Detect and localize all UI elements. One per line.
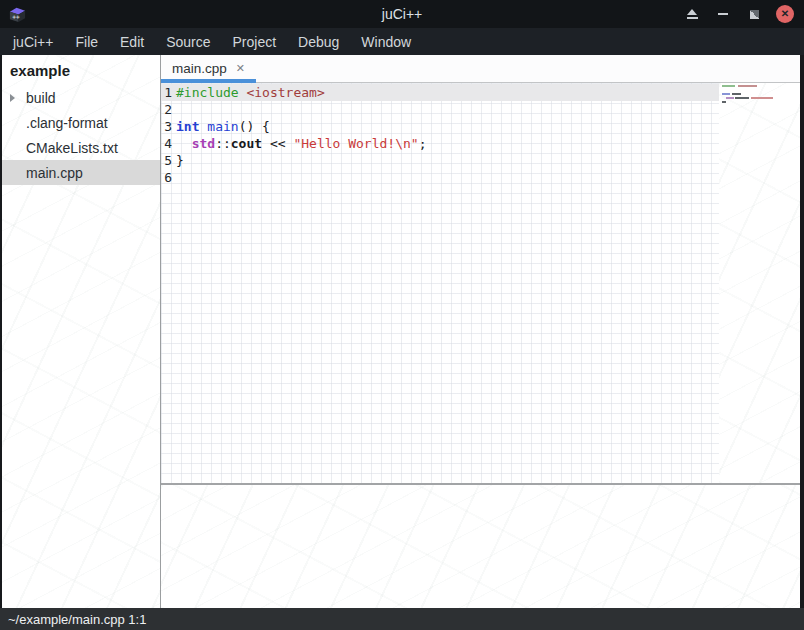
maximize-icon [750,10,759,19]
menubar: juCi++FileEditSourceProjectDebugWindow [0,28,804,55]
jucipp-window: ++ juCi++ ✕ juCi++FileEditSourceProjectD… [0,0,804,630]
code-line[interactable]: 3int main() { [161,118,719,135]
minimap-row [722,101,800,103]
line-number[interactable]: 6 [161,169,174,186]
tree-item-label: build [26,90,56,106]
token-pp: #include [176,85,239,100]
menu-item-juci[interactable]: juCi++ [2,28,64,55]
menu-item-file[interactable]: File [64,28,109,55]
line-number[interactable]: 1 [161,84,174,101]
tree-item-label: main.cpp [26,165,83,181]
terminal-panel[interactable] [161,485,800,608]
minimap-bar [732,93,741,95]
minimap-bar [738,85,757,87]
menu-item-edit[interactable]: Edit [109,28,155,55]
menu-item-project[interactable]: Project [222,28,288,55]
main-area: main.cpp ✕ 1#include <iostream>23int mai… [161,55,800,608]
token-kw: int [176,119,199,134]
minimap-bar [751,97,773,99]
jucipp-logo-icon: ++ [8,5,27,24]
minimap-row [722,97,800,99]
code-line[interactable]: 4 std::cout << "Hello World!\n"; [161,135,719,152]
menu-item-window[interactable]: Window [350,28,422,55]
tab-label[interactable]: main.cpp [172,61,227,76]
minimap-bar [726,97,734,99]
token-pl: << [262,136,293,151]
eject-icon [687,9,697,15]
window-title: juCi++ [382,6,422,22]
tab-close-icon[interactable]: ✕ [236,62,245,75]
window-controls: ✕ [683,5,804,23]
token-pl: () { [239,119,270,134]
token-str: "Hello World!\n" [293,136,418,151]
token-pl: ; [419,136,427,151]
code-line[interactable]: 5} [161,152,719,169]
token-pl: } [176,153,184,168]
project-folder-header: example [2,55,160,85]
line-number[interactable]: 3 [161,118,174,135]
line-number[interactable]: 2 [161,101,174,118]
tree-item-cmakelists-txt[interactable]: CMakeLists.txt [2,135,160,160]
expander-icon[interactable] [10,94,15,102]
minimize-button[interactable] [714,5,732,23]
tabbar: main.cpp ✕ [161,55,800,83]
code-line[interactable]: 1#include <iostream> [161,84,719,101]
titlebar[interactable]: ++ juCi++ ✕ [0,0,804,28]
tree-item-main-cpp[interactable]: main.cpp [2,160,160,185]
code-text: #include <iostream> [174,84,325,101]
minimap-row [722,93,800,95]
status-file-position: ~/example/main.cpp 1:1 [8,612,146,627]
code-text [174,169,176,186]
minimap-bar [722,85,735,87]
close-icon: ✕ [776,5,794,23]
code-area[interactable]: 1#include <iostream>23int main() {4 std:… [161,83,719,483]
code-text [174,101,176,118]
file-tree: build.clang-formatCMakeLists.txtmain.cpp [2,85,160,185]
code-text: std::cout << "Hello World!\n"; [174,135,426,152]
token-pl: :: [215,136,231,151]
minimap-row [722,85,800,87]
tree-item-label: CMakeLists.txt [26,140,118,156]
minimap-row [722,89,800,91]
menu-item-debug[interactable]: Debug [287,28,350,55]
token-id: cout [231,136,262,151]
code-text: } [174,152,184,169]
minimap-bar [735,97,749,99]
token-ns: std [192,136,215,151]
line-number[interactable]: 4 [161,135,174,152]
maximize-button[interactable] [745,5,763,23]
menu-item-source[interactable]: Source [155,28,221,55]
shade-button[interactable] [683,5,701,23]
token-inc: <iostream> [246,85,324,100]
minimap-bar [722,101,726,103]
file-tree-panel: example build.clang-formatCMakeLists.txt… [2,55,160,608]
code-text: int main() { [174,118,270,135]
code-line[interactable]: 2 [161,101,719,118]
tree-item-build[interactable]: build [2,85,160,110]
tree-item-label: .clang-format [26,115,108,131]
minimize-icon [718,13,728,15]
active-tab-indicator [161,79,256,83]
line-number[interactable]: 5 [161,152,174,169]
svg-text:++: ++ [12,13,20,20]
close-button[interactable]: ✕ [776,5,794,23]
eject-icon-bar [687,17,698,19]
window-body: example build.clang-formatCMakeLists.txt… [0,55,804,608]
editor: 1#include <iostream>23int main() {4 std:… [161,83,800,483]
tree-item-clang-format[interactable]: .clang-format [2,110,160,135]
token-fn: main [207,119,238,134]
tab-main-cpp[interactable]: main.cpp ✕ [161,55,256,82]
token-pl [176,136,192,151]
minimap-bar [722,93,730,95]
code-line[interactable]: 6 [161,169,719,186]
statusbar: ~/example/main.cpp 1:1 [0,608,804,630]
minimap[interactable] [719,83,800,483]
